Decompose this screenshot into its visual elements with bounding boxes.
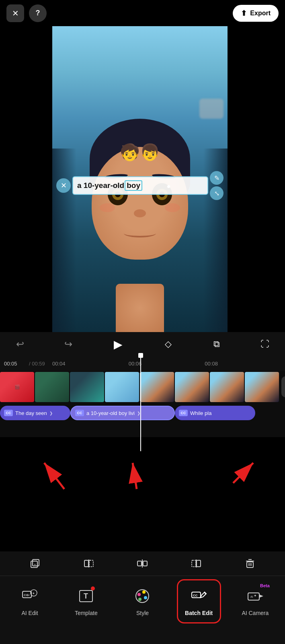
character-neck xyxy=(116,284,164,332)
video-track[interactable]: 🎬 + xyxy=(0,371,269,403)
text-edit-button[interactable]: ✎ xyxy=(210,171,223,185)
nav-label-template: Template xyxy=(75,610,98,616)
caption-pill-3[interactable]: CC While pla xyxy=(175,406,255,420)
svg-marker-38 xyxy=(259,594,263,598)
svg-rect-13 xyxy=(192,560,196,567)
nav-item-ai-camera[interactable]: AI ✦ Beta AI Camera xyxy=(235,582,275,619)
text-highlight: boy xyxy=(125,180,142,191)
caption-pill-1[interactable]: CC The day seen ❯ xyxy=(0,406,70,420)
character-nose xyxy=(134,209,146,217)
thumbnail-5[interactable] xyxy=(140,372,174,402)
top-bar-left: ✕ ? xyxy=(6,4,47,22)
nav-label-ai-camera: AI Camera xyxy=(242,610,269,616)
nav-item-template[interactable]: T Template xyxy=(66,582,106,619)
svg-text:CC: CC xyxy=(193,594,198,597)
split-icon xyxy=(137,558,148,569)
svg-line-3 xyxy=(233,463,253,483)
thumbnail-3[interactable] xyxy=(70,372,104,402)
caption-track[interactable]: CC The day seen ❯ CC a 10-year-old boy l… xyxy=(0,405,285,421)
character-face xyxy=(92,147,188,260)
total-time: / 00:59 xyxy=(29,361,52,367)
split-left-icon xyxy=(83,558,94,569)
thumbnail-8[interactable] xyxy=(245,372,279,402)
video-background: 🧒👦 ✕ a 10-year-old boy ✎ ⤡ xyxy=(52,26,228,332)
split-right-icon xyxy=(191,558,202,569)
arrows-overlay xyxy=(0,427,285,499)
svg-point-29 xyxy=(136,590,149,603)
svg-text:✦: ✦ xyxy=(254,594,257,598)
text-overlay-container[interactable]: ✕ a 10-year-old boy ✎ ⤡ xyxy=(56,171,223,200)
emoji-overlay: 🧒👦 xyxy=(120,143,160,162)
svg-text:AI: AI xyxy=(27,594,30,597)
delete-icon xyxy=(244,558,256,569)
svg-rect-7 xyxy=(84,560,88,567)
svg-line-1 xyxy=(44,463,64,489)
close-button[interactable]: ✕ xyxy=(6,4,24,22)
playhead[interactable] xyxy=(140,356,141,451)
help-button[interactable]: ? xyxy=(29,4,47,22)
time-marker-1: 00:04 xyxy=(52,361,129,367)
ruler-marks: 00:04 00:06 00:08 xyxy=(52,361,281,367)
text-action-buttons: ✎ ⤡ xyxy=(210,171,223,200)
thumbnail-6[interactable] xyxy=(175,372,209,402)
top-bar: ✕ ? ⬆ Export xyxy=(0,0,285,26)
cc-badge-1: CC xyxy=(4,410,13,416)
batch-edit-icon: CC xyxy=(189,586,209,607)
add-clip-button[interactable]: + xyxy=(281,376,285,397)
play-button[interactable]: ▶ xyxy=(109,334,128,354)
undo-button[interactable]: ↩ xyxy=(12,336,28,352)
svg-point-30 xyxy=(137,593,141,596)
thumbnail-2[interactable] xyxy=(35,372,69,402)
svg-text:T: T xyxy=(84,592,88,600)
text-overlay[interactable]: a 10-year-old boy xyxy=(72,176,208,195)
split-icon: ⧉ xyxy=(213,339,220,349)
export-button[interactable]: ⬆ Export xyxy=(233,5,279,22)
split-tool-button[interactable] xyxy=(133,554,152,573)
chevron-1: ❯ xyxy=(49,411,53,415)
cc-badge-3: CC xyxy=(179,410,188,416)
delete-tool-button[interactable] xyxy=(240,554,260,573)
nav-label-batch-edit: Batch Edit xyxy=(185,610,213,616)
svg-rect-14 xyxy=(197,560,201,567)
svg-point-31 xyxy=(142,590,146,594)
video-canvas: 🧒👦 ✕ a 10-year-old boy ✎ ⤡ xyxy=(52,26,228,332)
keyframe-button[interactable]: ◇ xyxy=(160,336,176,352)
template-icon: T xyxy=(76,586,96,607)
svg-text:+: + xyxy=(34,563,36,567)
style-icon xyxy=(132,586,153,607)
edit-tools-bar: + xyxy=(0,551,285,576)
fullscreen-icon: ⛶ xyxy=(260,339,269,349)
split-right-tool-button[interactable] xyxy=(187,554,206,573)
ai-edit-icon: CC AI ✦ xyxy=(19,586,40,607)
fullscreen-button[interactable]: ⛶ xyxy=(257,336,273,352)
thumbnail-7[interactable] xyxy=(210,372,244,402)
left-cheek xyxy=(100,203,115,212)
text-resize-button[interactable]: ⤡ xyxy=(210,186,223,200)
nav-item-ai-edit[interactable]: CC AI ✦ AI Edit xyxy=(10,582,50,619)
text-delete-button[interactable]: ✕ xyxy=(56,178,71,193)
svg-rect-11 xyxy=(143,561,147,566)
svg-point-32 xyxy=(144,596,147,599)
export-icon: ⬆ xyxy=(241,9,247,18)
timeline-area[interactable]: 🎬 + CC The day seen ❯ CC a 10-year-old b… xyxy=(0,371,285,437)
svg-rect-8 xyxy=(89,560,93,567)
nav-item-batch-edit[interactable]: CC Batch Edit xyxy=(179,582,219,619)
cc-badge-2: CC xyxy=(75,410,84,416)
svg-point-33 xyxy=(138,598,141,601)
svg-text:AI: AI xyxy=(250,595,253,598)
ai-camera-icon: AI ✦ Beta xyxy=(245,586,266,607)
current-time-display: 00:05 / 00:59 xyxy=(4,361,52,367)
copy-tool-button[interactable]: + xyxy=(25,554,45,573)
svg-line-2 xyxy=(133,463,137,489)
controls-bar: ↩ ↪ ▶ ◇ ⧉ ⛶ xyxy=(0,332,285,356)
redo-button[interactable]: ↪ xyxy=(60,336,76,352)
split-left-tool-button[interactable] xyxy=(79,554,98,573)
thumbnail-4[interactable] xyxy=(105,372,139,402)
thumbnail-1[interactable]: 🎬 xyxy=(0,372,34,402)
nav-item-style[interactable]: Style xyxy=(122,582,162,619)
caption-pill-2[interactable]: CC a 10-year-old boy livi ❯ xyxy=(70,406,175,420)
split-button[interactable]: ⧉ xyxy=(209,336,225,352)
right-cheek xyxy=(165,203,180,212)
current-time: 00:05 xyxy=(4,361,27,367)
beta-badge: Beta xyxy=(260,583,270,588)
